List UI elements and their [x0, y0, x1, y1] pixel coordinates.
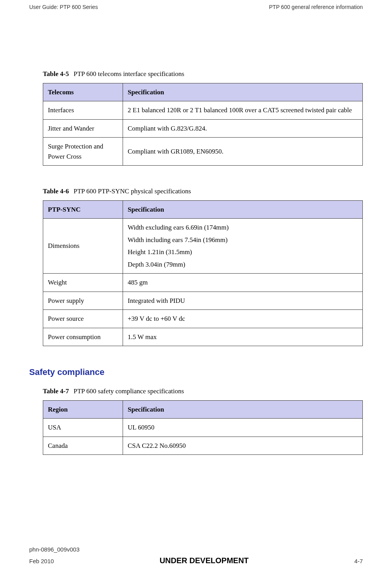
page-header: User Guide: PTP 600 Series PTP 600 gener… [29, 0, 363, 11]
dim-line: Depth 3.04in (79mm) [128, 260, 358, 270]
table-4-6-header-col2: Specification [123, 200, 363, 219]
table-row: Power source +39 V dc to +60 V dc [43, 310, 363, 328]
cell: Power source [43, 310, 123, 328]
cell: Canada [43, 437, 123, 455]
table-4-6-header-col1: PTP-SYNC [43, 200, 123, 219]
cell: 485 gm [123, 274, 363, 292]
cell: USA [43, 419, 123, 437]
table-row: Weight 485 gm [43, 274, 363, 292]
table-4-6-label: Table 4-6 [43, 187, 69, 195]
dim-line: Width excluding ears 6.69in (174mm) [128, 223, 358, 233]
footer-center: UNDER DEVELOPMENT [160, 555, 249, 566]
cell: Interfaces [43, 101, 123, 120]
table-row: Jitter and Wander Compliant with G.823/G… [43, 119, 363, 138]
footer-page-number: 4-7 [354, 557, 363, 566]
header-left: User Guide: PTP 600 Series [29, 3, 98, 11]
table-4-5: Telecoms Specification Interfaces 2 E1 b… [43, 83, 363, 166]
dim-line: Width including ears 7.54in (196mm) [128, 235, 358, 245]
cell: Compliant with G.823/G.824. [123, 119, 363, 138]
table-row: USA UL 60950 [43, 419, 363, 437]
page-footer: phn-0896_009v003 Feb 2010 UNDER DEVELOPM… [29, 545, 363, 567]
cell: +39 V dc to +60 V dc [123, 310, 363, 328]
cell: Weight [43, 274, 123, 292]
table-4-6-caption: Table 4-6PTP 600 PTP-SYNC physical speci… [43, 186, 363, 196]
cell: CSA C22.2 No.60950 [123, 437, 363, 455]
table-4-5-header-col1: Telecoms [43, 83, 123, 101]
footer-doc-id: phn-0896_009v003 [29, 545, 363, 554]
table-4-7-header-col1: Region [43, 400, 123, 419]
footer-date: Feb 2010 [29, 557, 54, 566]
cell: Jitter and Wander [43, 119, 123, 138]
cell: Power consumption [43, 328, 123, 346]
table-row: Surge Protection and Power Cross Complia… [43, 138, 363, 166]
cell: Integrated with PIDU [123, 292, 363, 310]
header-right: PTP 600 general reference information [269, 3, 363, 11]
table-4-5-header-col2: Specification [123, 83, 363, 101]
table-4-6-title: PTP 600 PTP-SYNC physical specifications [74, 187, 191, 195]
cell: Power supply [43, 292, 123, 310]
cell: Width excluding ears 6.69in (174mm) Widt… [123, 219, 363, 274]
table-4-5-title: PTP 600 telecoms interface specification… [74, 70, 185, 78]
section-heading-safety: Safety compliance [29, 366, 363, 378]
cell: Surge Protection and Power Cross [43, 138, 123, 166]
table-4-5-label: Table 4-5 [43, 70, 69, 78]
cell: Compliant with GR1089, EN60950. [123, 138, 363, 166]
cell: 2 E1 balanced 120R or 2 T1 balanced 100R… [123, 101, 363, 120]
table-row: Interfaces 2 E1 balanced 120R or 2 T1 ba… [43, 101, 363, 120]
dim-line: Height 1.21in (31.5mm) [128, 247, 358, 257]
table-4-7-title: PTP 600 safety compliance specifications [74, 387, 184, 395]
table-4-7-header-col2: Specification [123, 400, 363, 419]
table-4-5-caption: Table 4-5PTP 600 telecoms interface spec… [43, 69, 363, 79]
table-4-7-label: Table 4-7 [43, 387, 69, 395]
table-4-7-caption: Table 4-7PTP 600 safety compliance speci… [43, 386, 363, 396]
table-row: Power consumption 1.5 W max [43, 328, 363, 346]
cell: Dimensions [43, 219, 123, 274]
table-4-7: Region Specification USA UL 60950 Canada… [43, 400, 363, 455]
table-row: Canada CSA C22.2 No.60950 [43, 437, 363, 455]
table-row: Dimensions Width excluding ears 6.69in (… [43, 219, 363, 274]
table-row: Power supply Integrated with PIDU [43, 292, 363, 310]
table-4-6: PTP-SYNC Specification Dimensions Width … [43, 200, 363, 346]
cell: UL 60950 [123, 419, 363, 437]
cell: 1.5 W max [123, 328, 363, 346]
